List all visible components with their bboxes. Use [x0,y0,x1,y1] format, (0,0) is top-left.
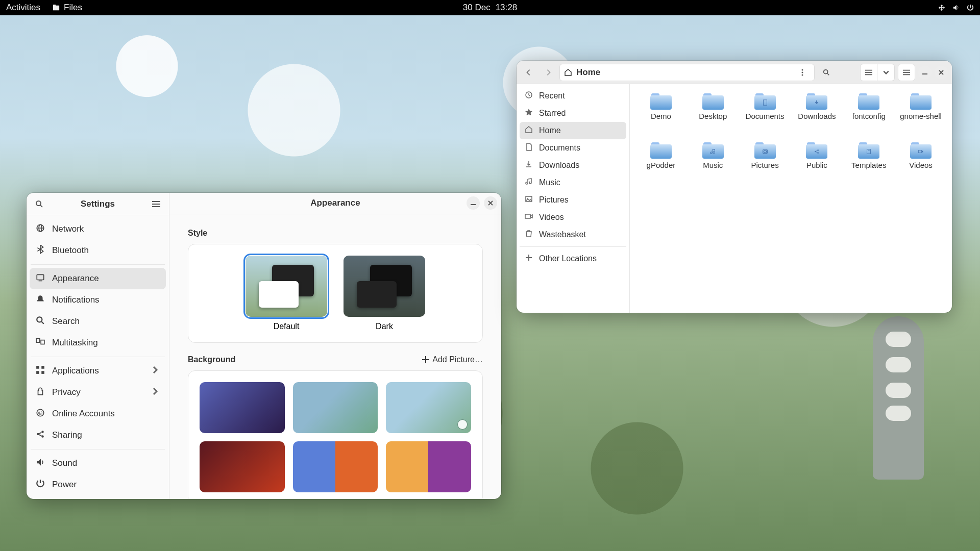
places-item-recent[interactable]: Recent [520,87,626,105]
svg-text:@: @ [38,410,42,415]
places-item-label: Starred [539,109,566,118]
folder-item[interactable]: Downloads [791,92,843,137]
sidebar-item-appearance[interactable]: Appearance [30,268,166,289]
sidebar-item-sound[interactable]: Sound [30,453,166,474]
places-item-other[interactable]: Other Locations [520,250,626,267]
svg-rect-37 [922,73,927,74]
style-thumb-default [246,256,327,317]
folder-icon [858,141,879,159]
sidebar-item-applications[interactable]: Applications [30,360,166,382]
settings-search-button[interactable] [32,196,47,212]
style-label-dark: Dark [376,322,393,331]
folder-item[interactable]: Documents [739,92,791,137]
app-menu[interactable]: Files [53,3,82,13]
sidebar-item-search[interactable]: Search [30,311,166,332]
folder-item[interactable]: Public [791,141,843,186]
sidebar-item-notifications[interactable]: Notifications [30,289,166,311]
svg-rect-31 [865,69,872,70]
music-icon [525,178,533,188]
background-option-2[interactable] [386,382,471,433]
path-bar[interactable]: Home [559,64,815,81]
files-close-button[interactable] [935,66,948,79]
folder-item[interactable]: Desktop [687,92,739,137]
clock[interactable]: 30 Dec 13:28 [463,3,517,13]
files-menu-button[interactable] [898,64,915,81]
svg-rect-32 [865,72,872,73]
sidebar-item-multitasking[interactable]: Multitasking [30,332,166,354]
view-dropdown-button[interactable] [877,64,895,81]
path-menu-button[interactable] [795,65,810,80]
places-item-pictures[interactable]: Pictures [520,191,626,209]
multitasking-icon [36,337,45,349]
minimize-button[interactable] [467,196,480,210]
folder-label: Templates [851,161,886,169]
system-tray[interactable] [938,4,974,11]
background-option-0[interactable] [200,382,285,433]
places-item-home[interactable]: Home [520,122,626,139]
places-item-label: Music [539,178,560,187]
svg-rect-33 [865,74,872,75]
files-search-button[interactable] [818,64,835,81]
sidebar-item-sharing[interactable]: Sharing [30,424,166,446]
svg-rect-48 [867,149,871,154]
folder-item[interactable]: Templates [843,141,895,186]
settings-menu-button[interactable] [149,196,164,212]
svg-rect-11 [39,280,42,281]
add-picture-button[interactable]: Add Picture… [422,355,483,364]
folder-item[interactable]: gnome-shell [895,92,947,137]
chevron-right-icon [151,387,160,398]
svg-point-28 [802,74,803,76]
folder-item[interactable]: Videos [895,141,947,186]
sidebar-item-bluetooth[interactable]: Bluetooth [30,240,166,261]
folder-icon [910,141,932,159]
nav-back-button[interactable] [521,64,537,81]
activities-button[interactable]: Activities [6,3,40,13]
hamburger-icon [903,69,910,76]
places-item-documents[interactable]: Documents [520,139,626,157]
places-item-starred[interactable]: Starred [520,105,626,122]
sidebar-item-power[interactable]: Power [30,474,166,495]
documents-icon [525,143,533,153]
files-grid: DemoDesktopDocumentsDownloadsfontconfigg… [630,84,952,313]
places-item-trash[interactable]: Wastebasket [520,226,626,243]
folder-label: Music [703,161,723,169]
places-item-label: Documents [539,143,580,153]
view-list-button[interactable] [860,64,877,81]
nav-forward-button[interactable] [540,64,556,81]
svg-point-22 [37,433,39,435]
background-option-5[interactable] [386,441,471,492]
close-button[interactable] [484,196,497,210]
settings-sidebar-title: Settings [47,199,149,209]
files-minimize-button[interactable] [918,66,932,79]
sidebar-item-label: Online Accounts [52,409,115,419]
places-item-downloads[interactable]: Downloads [520,157,626,174]
sidebar-item-label: Multitasking [52,338,98,348]
add-picture-label: Add Picture… [432,355,483,364]
files-sidebar: RecentStarredHomeDocumentsDownloadsMusic… [517,84,630,313]
svg-rect-14 [36,338,40,342]
places-item-music[interactable]: Music [520,174,626,191]
sidebar-item-online[interactable]: @Online Accounts [30,403,166,424]
chevron-down-icon [883,69,890,76]
files-app-icon [53,4,60,11]
background-section-label: Background [188,355,235,364]
folder-icon [806,141,827,159]
folder-item[interactable]: Music [687,141,739,186]
style-option-dark[interactable]: Dark [344,256,425,331]
style-label-default: Default [274,322,300,331]
sidebar-item-network[interactable]: Network [30,218,166,240]
background-option-4[interactable] [293,441,378,492]
search-icon [35,200,43,208]
background-option-3[interactable] [200,441,285,492]
places-item-videos[interactable]: Videos [520,209,626,226]
folder-item[interactable]: gPodder [635,141,687,186]
folder-icon [702,141,724,159]
folder-item[interactable]: Demo [635,92,687,137]
folder-item[interactable]: Pictures [739,141,791,186]
list-icon [865,69,872,76]
sidebar-item-privacy[interactable]: Privacy [30,382,166,403]
folder-item[interactable]: fontconfig [843,92,895,137]
close-icon [939,70,944,75]
background-option-1[interactable] [293,382,378,433]
style-option-default[interactable]: Default [246,256,327,331]
